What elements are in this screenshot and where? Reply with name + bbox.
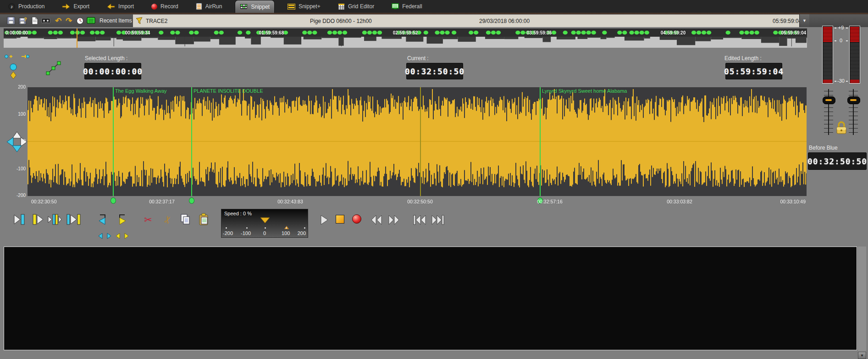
slider-handle[interactable]	[847, 96, 860, 104]
tab-production[interactable]: ♪ Production	[4, 0, 49, 13]
save-icon[interactable]	[6, 16, 16, 25]
overview-timestamp: 04:59:59:20	[661, 30, 686, 35]
federall-icon	[392, 3, 399, 10]
trace-icon	[135, 17, 144, 26]
speed-tick	[265, 227, 266, 229]
tab-snippet-plus[interactable]: Snippet+	[283, 0, 325, 13]
playhead-line[interactable]	[420, 87, 421, 196]
cut-button[interactable]: ✂	[140, 212, 156, 227]
scroll-down-button[interactable]: ▼	[858, 352, 866, 359]
mark-out-button[interactable]	[114, 212, 129, 227]
copy-button[interactable]	[178, 212, 194, 227]
tab-grid-editor[interactable]: Grid Editor	[333, 0, 379, 13]
timeline-marker-dot[interactable]	[111, 197, 116, 204]
nudge-in-right-button[interactable]	[106, 233, 112, 239]
tab-export[interactable]: Export	[57, 0, 94, 13]
lock-icon[interactable]	[835, 121, 847, 135]
monitor-icon[interactable]	[86, 16, 95, 25]
clip-marker[interactable]	[113, 87, 114, 196]
edited-length-label: Edited Length :	[724, 55, 762, 62]
selected-length-label: Selected Length :	[85, 55, 127, 62]
tab-import[interactable]: Import	[102, 0, 138, 13]
overview-playhead-cursor[interactable]	[77, 28, 77, 48]
play-button[interactable]	[316, 213, 332, 227]
speed-tick	[286, 227, 287, 229]
clip-list-scrollbar[interactable]: ▼	[858, 247, 866, 359]
speed-tick	[246, 227, 248, 229]
redo-icon[interactable]: ↷	[64, 16, 73, 25]
tab-label: Import	[118, 3, 134, 10]
main-toolbar: ? ↶ ↷ Recent Items : TRACE2 Pige DDO 06h…	[0, 14, 868, 27]
waveform-editor[interactable]: The Egg Walking Away PLANETE INSOLITE DO…	[28, 87, 807, 196]
cassette-icon[interactable]	[41, 16, 50, 25]
paste-button[interactable]	[196, 212, 212, 227]
stop-button[interactable]	[336, 215, 344, 224]
record-tab-icon	[151, 4, 157, 10]
clip-list-panel[interactable]	[4, 247, 857, 350]
meter-scale-mid: 0	[833, 38, 849, 43]
tab-federall[interactable]: Federall	[387, 0, 426, 13]
gain-slider-left[interactable]	[824, 89, 834, 135]
waveform-canvas[interactable]	[28, 87, 807, 196]
crop-button[interactable]: ✂	[158, 210, 177, 230]
vu-meter-right	[849, 26, 860, 84]
save-as-icon[interactable]: ?	[18, 16, 28, 25]
clip-marker[interactable]	[191, 87, 192, 196]
export-icon	[62, 3, 70, 10]
tab-label: AirRun	[205, 3, 222, 10]
add-point-icon[interactable]	[5, 54, 13, 59]
speed-scale-label: -100	[241, 230, 251, 236]
nudge-in-left-button[interactable]	[97, 233, 104, 239]
tab-record[interactable]: Record	[147, 0, 183, 13]
timeline-ruler[interactable]: 00:32:30:50 00:32:37:17 00:32:43:83 00:3…	[28, 196, 807, 207]
nav-down-icon	[12, 146, 22, 152]
history-clock-icon[interactable]	[75, 16, 84, 25]
goto-end-button[interactable]	[430, 213, 446, 227]
clip-marker[interactable]	[540, 87, 541, 196]
chevron-down-icon: ▼	[860, 353, 864, 358]
nudge-out-left-button[interactable]	[115, 233, 121, 239]
play-around-cut-button[interactable]	[47, 212, 62, 227]
recent-items-field[interactable]: TRACE2 Pige DDO 06h00 - 12h00 29/03/2018…	[133, 14, 799, 27]
rewind-button[interactable]	[369, 213, 384, 227]
overview-waveform-strip[interactable]	[4, 37, 807, 48]
speed-label: Speed : 0 %	[224, 211, 252, 216]
gain-slider-right[interactable]	[848, 89, 858, 135]
speed-scale-label: -200	[223, 230, 233, 236]
airrun-icon	[196, 3, 202, 10]
undo-icon[interactable]: ↶	[54, 16, 63, 25]
play-from-mark-button[interactable]	[30, 212, 46, 227]
y-axis-label: 100	[11, 112, 26, 117]
speed-pointer-icon[interactable]	[260, 217, 270, 224]
tab-airrun[interactable]: AirRun	[191, 0, 227, 13]
meter-scale-bottom: -30	[833, 78, 849, 84]
recent-items-dropdown-button[interactable]: ▼	[799, 14, 809, 27]
fast-forward-button[interactable]	[386, 213, 402, 227]
timeline-marker-dot[interactable]	[189, 197, 194, 204]
speed-scale-label: 100	[282, 230, 290, 236]
before-blue-label: Before Blue	[809, 145, 838, 151]
play-selection-button[interactable]	[66, 212, 82, 227]
y-axis-label: -200	[11, 193, 26, 198]
new-document-icon[interactable]	[30, 16, 39, 25]
slider-handle[interactable]	[823, 96, 835, 104]
speed-control[interactable]: Speed : 0 % -200 -100 0 100 200	[221, 209, 308, 238]
mark-in-button[interactable]	[95, 212, 111, 227]
snippet-plus-icon	[287, 4, 295, 10]
current-label: Current :	[407, 55, 429, 62]
clip-marker-label: Lynyrd Skynyrd Sweet home Alabama	[542, 88, 627, 94]
cursor-handle-icon[interactable]	[9, 63, 17, 79]
grid-editor-icon	[338, 3, 345, 10]
nudge-out-right-button[interactable]	[123, 233, 130, 239]
goto-start-button[interactable]	[412, 213, 427, 227]
tab-label: Record	[160, 3, 178, 10]
overview-strip[interactable]: 0:00:00:00 00:59:59:34 01:59:59:68 02:59…	[4, 28, 807, 48]
speed-tick	[226, 227, 227, 229]
record-button[interactable]	[352, 214, 361, 224]
play-to-mark-button[interactable]	[12, 212, 28, 227]
envelope-points-icon[interactable]	[46, 61, 61, 75]
overview-timestamp: 00:59:59:34	[125, 30, 150, 35]
tab-snippet[interactable]: Snippet	[235, 0, 275, 13]
timeline-label: 00:32:37:17	[149, 199, 174, 204]
move-point-icon[interactable]	[21, 54, 29, 59]
